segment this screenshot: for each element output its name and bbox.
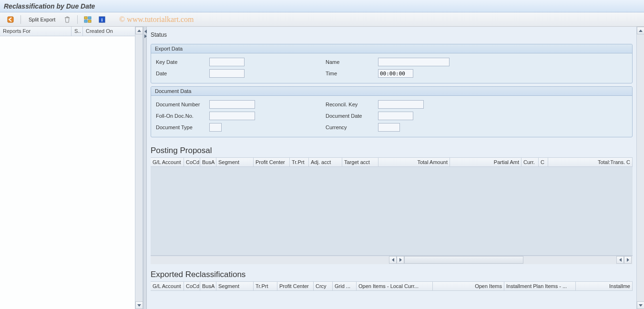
chevron-left-icon [619, 258, 622, 262]
col2-profit-center[interactable]: Profit Center [277, 282, 314, 290]
col2-crcy[interactable]: Crcy [314, 282, 333, 290]
page-title: Reclassification by Due Date [4, 2, 95, 10]
posting-proposal-body[interactable] [151, 167, 633, 256]
toolbar: Split Export i © www.tutorialkart.com [0, 12, 644, 27]
col-adj-acct[interactable]: Adj. acct [309, 158, 342, 166]
posting-proposal-grid: G/L Account CoCd BusA Segment Profit Cen… [151, 157, 633, 264]
col-col2[interactable]: S.. [72, 27, 83, 36]
scroll-up-button[interactable] [637, 27, 644, 34]
export-data-legend: Export Data [151, 44, 632, 53]
col-segment[interactable]: Segment [216, 158, 254, 166]
posting-proposal-hscroll[interactable] [151, 256, 633, 264]
scroll-left-button[interactable] [389, 256, 397, 264]
col-reports-for[interactable]: Reports For [0, 27, 72, 36]
col-total-amount[interactable]: Total Amount [378, 158, 450, 166]
layout-button[interactable] [82, 14, 93, 25]
doc-type-field[interactable] [209, 123, 222, 132]
col-busa[interactable]: BusA [200, 158, 216, 166]
left-grid-body[interactable] [0, 36, 143, 309]
col2-installme[interactable]: Installme [576, 282, 633, 290]
currency-label: Currency [326, 124, 378, 130]
reconcil-key-label: Reconcil. Key [326, 102, 378, 107]
chevron-left-icon [392, 258, 394, 262]
split-export-label: Split Export [29, 17, 55, 22]
scroll-up-button[interactable] [135, 27, 143, 34]
svg-rect-2 [88, 17, 91, 19]
key-date-label: Key Date [156, 59, 209, 65]
delete-button[interactable] [61, 14, 73, 25]
exported-reclass-grid: G/L Account CoCd BusA Segment Tr.Prt Pro… [151, 281, 633, 291]
scroll-track[interactable] [404, 256, 523, 264]
reconcil-key-field[interactable] [378, 100, 424, 109]
svg-text:i: i [102, 17, 103, 22]
left-panel: Reports For S.. Created On [0, 27, 143, 309]
key-date-field[interactable] [209, 58, 245, 66]
scroll-right-button[interactable] [397, 256, 404, 264]
info-icon: i [99, 16, 105, 23]
col-c[interactable]: C [539, 158, 548, 166]
col2-grid[interactable]: Grid ... [333, 282, 357, 290]
splitter[interactable] [143, 27, 147, 309]
currency-field[interactable] [378, 123, 400, 132]
export-data-group: Export Data Key Date Name Date Time [151, 44, 633, 83]
name-label: Name [326, 59, 378, 65]
col-target-acct[interactable]: Target acct [342, 158, 378, 166]
left-vertical-scrollbar[interactable] [135, 27, 143, 309]
trash-icon [64, 16, 70, 23]
back-button[interactable] [5, 14, 16, 25]
exported-reclass-header: G/L Account CoCd BusA Segment Tr.Prt Pro… [151, 281, 633, 291]
split-export-button[interactable]: Split Export [25, 14, 59, 25]
chevron-down-icon [137, 304, 141, 307]
follon-field[interactable] [209, 112, 255, 120]
doc-date-label: Document Date [326, 113, 378, 119]
scroll-right-button-2[interactable] [624, 256, 632, 264]
time-field[interactable] [378, 69, 413, 78]
scroll-left-button-2[interactable] [616, 256, 624, 264]
time-label: Time [326, 71, 378, 76]
expand-right-icon [144, 34, 147, 38]
date-label: Date [156, 71, 209, 76]
title-bar: Reclassification by Due Date [0, 0, 644, 12]
chevron-right-icon [399, 258, 402, 262]
collapse-left-icon [144, 30, 147, 33]
col-profit-center[interactable]: Profit Center [254, 158, 290, 166]
col-created-on[interactable]: Created On [83, 27, 143, 36]
col2-install-plan[interactable]: Installment Plan Items - ... [504, 282, 576, 290]
col2-cocd[interactable]: CoCd [184, 282, 200, 290]
doc-number-label: Document Number [156, 102, 209, 107]
col2-open-items[interactable]: Open Items [433, 282, 504, 290]
svg-rect-3 [84, 20, 87, 22]
date-field[interactable] [209, 69, 245, 78]
exported-reclass-title: Exported Reclassifications [147, 264, 636, 281]
back-arrow-icon [7, 16, 14, 23]
col2-trprt[interactable]: Tr.Prt [254, 282, 277, 290]
left-grid-header: Reports For S.. Created On [0, 27, 143, 36]
right-panel: Status Export Data Key Date Name Date Ti… [147, 27, 644, 309]
col2-segment[interactable]: Segment [216, 282, 254, 290]
watermark: © www.tutorialkart.com [119, 15, 194, 24]
col-curr[interactable]: Curr. [521, 158, 539, 166]
scroll-down-button[interactable] [637, 301, 644, 309]
document-data-group: Document Data Document Number Reconcil. … [151, 86, 633, 137]
col-cocd[interactable]: CoCd [184, 158, 200, 166]
col2-gl-account[interactable]: G/L Account [151, 282, 184, 290]
col-total-trans-c[interactable]: Total:Trans. C [548, 158, 633, 166]
svg-rect-1 [84, 17, 87, 19]
name-field[interactable] [378, 58, 450, 66]
doc-number-field[interactable] [209, 100, 255, 109]
col-gl-account[interactable]: G/L Account [151, 158, 184, 166]
info-button[interactable]: i [96, 14, 108, 25]
posting-proposal-header: G/L Account CoCd BusA Segment Profit Cen… [151, 157, 633, 167]
col-trprt[interactable]: Tr.Prt [290, 158, 309, 166]
chevron-up-icon [137, 30, 141, 32]
doc-date-field[interactable] [378, 112, 413, 120]
chevron-down-icon [639, 304, 643, 307]
col2-busa[interactable]: BusA [200, 282, 216, 290]
col2-open-items-local[interactable]: Open Items - Local Curr... [357, 282, 433, 290]
right-vertical-scrollbar[interactable] [636, 27, 644, 309]
svg-rect-4 [88, 20, 91, 22]
follon-label: Foll-On Doc.No. [156, 113, 209, 119]
col-partial-amt[interactable]: Partial Amt [450, 158, 521, 166]
scroll-down-button[interactable] [135, 301, 143, 309]
doc-type-label: Document Type [156, 124, 209, 130]
